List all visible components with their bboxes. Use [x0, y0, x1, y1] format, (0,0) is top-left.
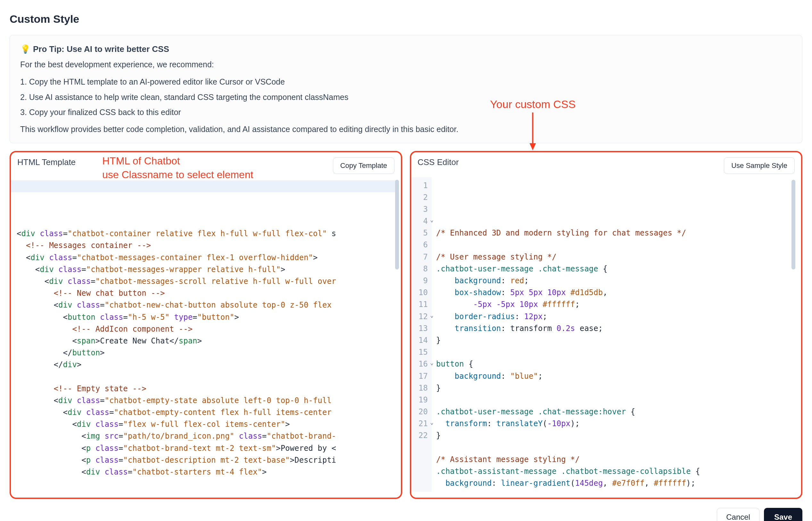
code-highlight-line [411, 180, 793, 191]
pro-tip-heading: 💡 Pro Tip: Use AI to write better CSS [20, 44, 792, 54]
html-template-panel: HTML of Chatbot use Classname to select … [9, 151, 402, 499]
editor-row: Your custom CSS HTML of Chatbot use Clas… [9, 151, 803, 499]
css-editor-panel: CSS Editor Use Sample Style 123456789101… [410, 151, 803, 499]
pro-tip-step: 3. Copy your finalized CSS back to this … [20, 105, 792, 120]
pro-tip-intro: For the best development experience, we … [20, 60, 792, 69]
copy-template-button[interactable]: Copy Template [333, 157, 394, 174]
pro-tip-step: 2. Use AI assistance to help write clean… [20, 90, 792, 105]
action-bar: Cancel Save [9, 508, 803, 521]
pro-tip-box: 💡 Pro Tip: Use AI to write better CSS Fo… [9, 35, 803, 143]
css-line-gutter: 12345678910111213141516171819202122 [411, 177, 432, 492]
scrollbar-thumb[interactable] [791, 180, 795, 270]
html-template-code[interactable]: <div class="chatbot-container relative f… [11, 177, 401, 498]
svg-marker-1 [530, 143, 536, 150]
cancel-button[interactable]: Cancel [717, 508, 760, 521]
pro-tip-steps: 1. Copy the HTML template to an AI-power… [20, 74, 792, 120]
pro-tip-step: 1. Copy the HTML template to an AI-power… [20, 74, 792, 90]
use-sample-style-button[interactable]: Use Sample Style [724, 157, 795, 174]
pro-tip-footer: This workflow provides better code compl… [20, 124, 792, 134]
lightbulb-icon: 💡 [20, 44, 30, 54]
css-editor-code[interactable]: 12345678910111213141516171819202122 /* E… [411, 177, 801, 498]
css-editor-label: CSS Editor [418, 157, 459, 167]
save-button[interactable]: Save [764, 508, 803, 521]
html-template-label: HTML Template [17, 157, 76, 167]
pro-tip-heading-text: Pro Tip: Use AI to write better CSS [33, 44, 169, 54]
page-title: Custom Style [9, 13, 803, 25]
code-highlight-line [11, 180, 397, 192]
css-code-body[interactable]: /* Enhanced 3D and modern styling for ch… [432, 177, 797, 492]
